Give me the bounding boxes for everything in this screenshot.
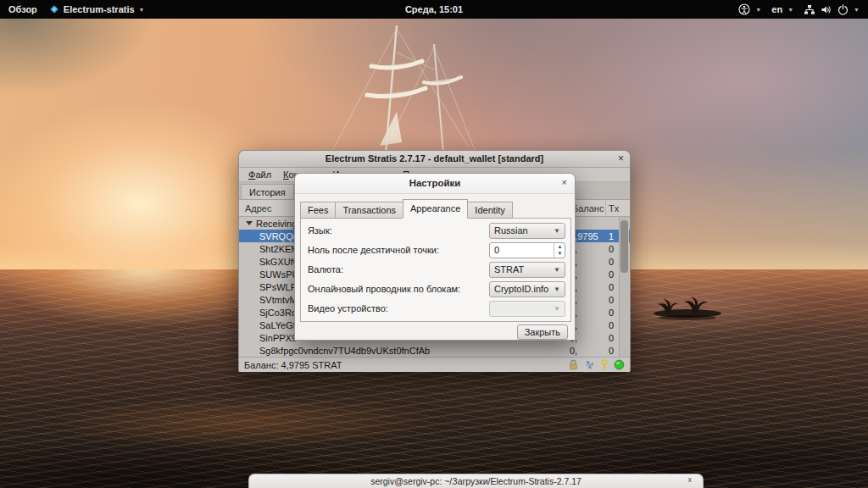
tab-transactions[interactable]: Transactions bbox=[335, 202, 403, 219]
block-explorer-select[interactable]: CryptoID.info ▼ bbox=[489, 281, 565, 297]
currency-value: STRAT bbox=[494, 264, 524, 274]
spinner-buttons[interactable]: ▲▼ bbox=[554, 243, 565, 258]
terminal-window-titlebar[interactable]: sergiv@sergiv-pc: ~/Загрузки/Electrum-St… bbox=[248, 474, 704, 488]
island bbox=[649, 291, 726, 320]
wallet-statusbar: Баланс: 4,9795 STRAT bbox=[239, 357, 630, 372]
cell-address: Sg8kfpgc0vndcnv7TU4db9vUKst0fnCfAb bbox=[239, 346, 570, 356]
terminal-window-title: sergiv@sergiv-pc: ~/Загрузки/Electrum-St… bbox=[249, 474, 703, 488]
decimal-zeros-value: 0 bbox=[494, 245, 499, 255]
table-row[interactable]: Sg8kfpgc0vndcnv7TU4db9vUKst0fnCfAb 0, 0 bbox=[239, 344, 630, 357]
lock-icon[interactable] bbox=[568, 359, 579, 370]
terminal-window-close-button[interactable]: x bbox=[688, 475, 693, 484]
activities-button[interactable]: Обзор bbox=[8, 4, 37, 14]
chevron-down-icon: ▼ bbox=[554, 282, 560, 297]
system-menu[interactable]: ▼ bbox=[804, 4, 860, 15]
currency-select[interactable]: STRAT ▼ bbox=[489, 262, 565, 278]
spin-up-icon[interactable]: ▲ bbox=[554, 243, 565, 250]
chevron-down-icon: ▼ bbox=[755, 7, 761, 13]
network-status-icon[interactable] bbox=[614, 359, 625, 370]
wallet-window-title: Electrum Stratis 2.7.17 - default_wallet… bbox=[239, 151, 630, 167]
seed-key-icon[interactable] bbox=[600, 359, 609, 371]
app-menu-label: Electrum-stratis bbox=[64, 4, 135, 14]
network-icon bbox=[804, 4, 815, 15]
tab-history[interactable]: История bbox=[241, 184, 294, 199]
seed-pinwheel-icon[interactable] bbox=[584, 359, 595, 370]
settings-tabbar: Fees Transactions Appearance Identity bbox=[300, 200, 512, 219]
chevron-down-icon: ▼ bbox=[854, 7, 860, 13]
currency-label: Валюта: bbox=[308, 264, 343, 274]
settings-dialog-titlebar[interactable]: Настройки × bbox=[295, 174, 575, 194]
keyboard-layout-label: en bbox=[771, 4, 782, 14]
decimal-zeros-label: Ноль после десятичной точки: bbox=[308, 245, 439, 255]
chevron-down-icon: ▼ bbox=[554, 302, 560, 316]
sailing-ship bbox=[302, 19, 514, 163]
decimal-zeros-spinner[interactable]: 0 ▲▼ bbox=[489, 242, 565, 258]
electrum-app-icon bbox=[49, 4, 59, 14]
chevron-down-icon: ▼ bbox=[554, 263, 560, 277]
spin-down-icon[interactable]: ▼ bbox=[554, 250, 565, 257]
block-explorer-value: CryptoID.info bbox=[494, 284, 548, 294]
settings-dialog: Настройки × Fees Transactions Appearance… bbox=[294, 173, 576, 341]
table-scrollbar[interactable] bbox=[619, 217, 629, 357]
language-value: Russian bbox=[494, 225, 528, 236]
top-bar: Обзор Electrum-stratis ▼ Среда, 15:01 ▼ … bbox=[0, 0, 868, 19]
chevron-down-icon: ▼ bbox=[139, 7, 145, 13]
tab-fees[interactable]: Fees bbox=[300, 202, 336, 219]
cell-balance: 0, bbox=[570, 346, 609, 356]
accessibility-icon bbox=[738, 3, 750, 15]
wallet-window-close-button[interactable]: × bbox=[618, 152, 624, 165]
accessibility-menu[interactable]: ▼ bbox=[738, 3, 761, 15]
power-icon bbox=[837, 4, 849, 15]
block-explorer-label: Онлайновый проводник по блокам: bbox=[308, 284, 460, 294]
menu-file[interactable]: Файл bbox=[242, 169, 277, 180]
volume-icon bbox=[821, 4, 832, 15]
close-settings-button[interactable]: Закрыть bbox=[517, 324, 568, 340]
balance-status: Баланс: 4,9795 STRAT bbox=[244, 360, 342, 370]
chevron-down-icon: ▼ bbox=[787, 7, 793, 13]
group-label: Receiving bbox=[256, 219, 297, 229]
appearance-panel: Язык: Russian ▼ Ноль после десятичной то… bbox=[300, 218, 571, 322]
column-header-tx[interactable]: Tx bbox=[606, 200, 620, 216]
tab-identity[interactable]: Identity bbox=[467, 202, 512, 219]
language-label: Язык: bbox=[308, 225, 332, 236]
expander-icon[interactable] bbox=[246, 221, 253, 225]
video-device-select: ▼ bbox=[489, 301, 565, 317]
settings-dialog-title: Настройки bbox=[295, 174, 575, 193]
settings-dialog-close-button[interactable]: × bbox=[562, 177, 567, 187]
keyboard-layout-menu[interactable]: en ▼ bbox=[771, 4, 793, 14]
app-menu-button[interactable]: Electrum-stratis ▼ bbox=[49, 4, 145, 14]
wallet-window-titlebar[interactable]: Electrum Stratis 2.7.17 - default_wallet… bbox=[239, 151, 630, 168]
chevron-down-icon: ▼ bbox=[554, 224, 560, 238]
scrollbar-thumb[interactable] bbox=[620, 220, 628, 273]
video-device-label: Видео устройство: bbox=[308, 303, 388, 313]
tab-appearance[interactable]: Appearance bbox=[403, 199, 468, 219]
language-select[interactable]: Russian ▼ bbox=[489, 223, 565, 239]
